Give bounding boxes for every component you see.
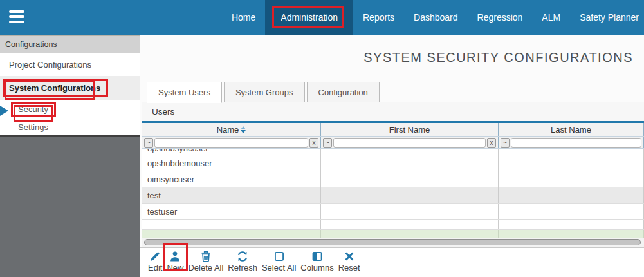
cell-last-name <box>499 220 644 229</box>
footer-toolbar: Edit New Delete All Refresh <box>140 247 644 277</box>
cell-name: opshubdemouser <box>142 155 321 171</box>
columns-icon <box>311 251 323 262</box>
cell-last-name <box>499 155 644 171</box>
app-window: Home Administration Reports Dashboard Re… <box>0 0 644 277</box>
filter-operator-button[interactable]: ~ <box>323 138 332 148</box>
cell-name: opshubsyncuser <box>147 149 208 153</box>
x-icon <box>344 251 355 262</box>
delete-all-button[interactable]: Delete All <box>186 250 225 273</box>
refresh-button-label: Refresh <box>228 263 257 272</box>
refresh-button[interactable]: Refresh <box>226 250 259 273</box>
cell-first-name <box>321 187 499 203</box>
table-row[interactable]: opshubdemouser <box>142 155 644 171</box>
toolbar-buttons: Edit New Delete All Refresh <box>146 250 363 273</box>
new-button[interactable]: New <box>165 250 185 273</box>
reset-button-label: Reset <box>338 263 360 272</box>
edit-button-label: Edit <box>148 263 162 272</box>
filter-clear-button[interactable]: x <box>487 138 496 148</box>
sidebar-item-project-configurations[interactable]: Project Configurations <box>0 53 140 76</box>
filter-cell-name: ~ x <box>142 137 321 148</box>
horizontal-scrollbar[interactable] <box>142 238 644 247</box>
column-header-name[interactable]: Name <box>142 123 321 136</box>
select-all-button-label: Select All <box>262 263 296 272</box>
table-header-row: Name First Name Last Name <box>142 123 644 137</box>
table-filter-row: ~ x ~ x ~ <box>142 137 644 149</box>
main-content: SYSTEM SECURITY CONFIGURATIONS System Us… <box>140 35 644 277</box>
pencil-icon <box>149 251 161 262</box>
table-row[interactable] <box>142 220 644 230</box>
edit-button[interactable]: Edit <box>146 250 164 273</box>
reset-button[interactable]: Reset <box>336 250 362 273</box>
new-row-strip <box>142 230 644 238</box>
filter-operator-button[interactable]: ~ <box>144 138 153 148</box>
cell-first-name <box>321 171 499 187</box>
sort-icon <box>241 126 246 133</box>
filter-input-name[interactable] <box>154 138 308 148</box>
filter-input-first-name[interactable] <box>333 138 486 148</box>
users-panel: Users Name First Name Last Name ~ <box>142 102 644 247</box>
filter-operator-button[interactable]: ~ <box>501 138 510 148</box>
table-row[interactable]: testuser <box>142 204 644 220</box>
configurations-menu-header: Configurations <box>0 36 140 53</box>
cell-last-name <box>499 204 644 219</box>
cell-last-name <box>499 187 644 203</box>
tab-configuration[interactable]: Configuration <box>307 82 380 102</box>
select-all-button[interactable]: Select All <box>260 250 298 273</box>
sidebar-item-security[interactable]: Security <box>0 100 140 119</box>
delete-all-button-label: Delete All <box>188 263 223 272</box>
table-row[interactable]: opshubsyncuser <box>142 149 644 155</box>
trash-icon <box>200 251 212 262</box>
cell-name: testuser <box>142 204 321 219</box>
column-header-first-name[interactable]: First Name <box>321 123 499 136</box>
tab-system-users[interactable]: System Users <box>147 82 222 103</box>
sidebar-item-system-configurations[interactable]: System Configurations <box>0 76 140 100</box>
filter-clear-button[interactable]: x <box>309 138 318 148</box>
tab-system-groups[interactable]: System Groups <box>224 82 305 102</box>
nav-item-regression[interactable]: Regression <box>468 0 533 35</box>
nav-item-home[interactable]: Home <box>222 0 265 35</box>
sidebar-item-settings[interactable]: Settings <box>0 119 140 135</box>
cell-name <box>142 220 321 229</box>
column-header-name-label: Name <box>217 125 239 135</box>
cell-first-name <box>321 155 499 171</box>
nav-item-safety-planner[interactable]: Safety Planner <box>570 0 644 35</box>
nav-item-reports[interactable]: Reports <box>353 0 404 35</box>
hamburger-menu-icon[interactable] <box>9 10 24 24</box>
columns-button[interactable]: Columns <box>299 250 335 273</box>
sidebar-item-security-label: Security <box>11 102 56 117</box>
users-panel-title: Users <box>142 102 644 121</box>
configurations-menu: Configurations Project Configurations Sy… <box>0 35 140 137</box>
cell-first-name <box>321 204 499 219</box>
cell-name: test <box>142 187 321 203</box>
nav-item-administration[interactable]: Administration <box>265 0 353 35</box>
columns-button-label: Columns <box>300 263 333 272</box>
nav-list: Home Administration Reports Dashboard Re… <box>222 0 644 35</box>
cell-last-name <box>499 171 644 187</box>
table-row[interactable]: oimsyncuser <box>142 171 644 187</box>
nav-item-dashboard[interactable]: Dashboard <box>404 0 468 35</box>
top-navbar: Home Administration Reports Dashboard Re… <box>0 0 644 35</box>
selected-item-arrow-icon <box>0 106 8 116</box>
users-table: Name First Name Last Name ~ x ~ <box>142 123 644 247</box>
user-icon <box>169 251 181 262</box>
filter-cell-last-name: ~ <box>499 137 644 148</box>
new-button-label: New <box>167 263 183 272</box>
square-icon <box>273 251 285 262</box>
refresh-icon <box>237 251 248 262</box>
scrollbar-thumb[interactable] <box>144 239 641 245</box>
sidebar-item-system-configurations-label: System Configurations <box>3 79 108 97</box>
filter-cell-first-name: ~ x <box>321 137 499 148</box>
filter-input-last-name[interactable] <box>511 138 641 148</box>
cell-first-name <box>321 220 499 229</box>
nav-item-alm[interactable]: ALM <box>532 0 570 35</box>
column-header-last-name[interactable]: Last Name <box>499 123 644 136</box>
tab-bar: System Users System Groups Configuration <box>147 82 382 102</box>
page-title: SYSTEM SECURITY CONFIGURATIONS <box>363 50 633 65</box>
cell-name: oimsyncuser <box>142 171 321 187</box>
table-row-selected[interactable]: test <box>142 187 644 204</box>
